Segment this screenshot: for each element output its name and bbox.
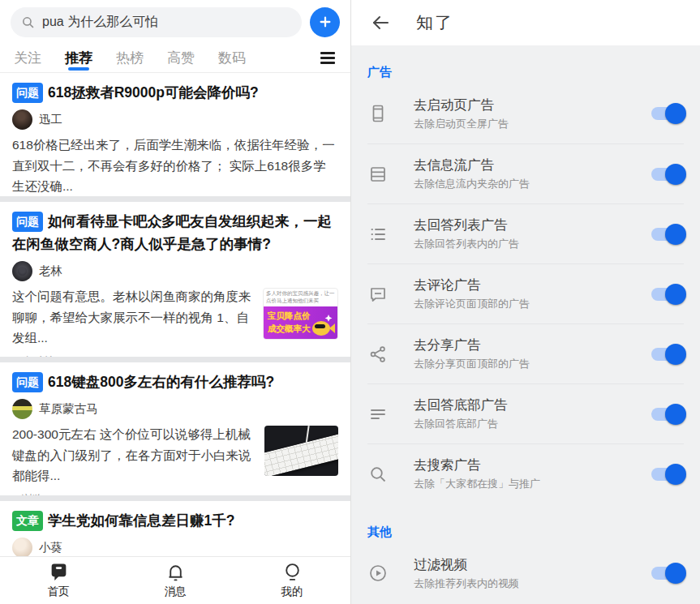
setting-subtitle: 去除推荐列表内的视频 <box>414 576 519 591</box>
plus-icon <box>319 15 332 28</box>
toggle-share-ads[interactable] <box>651 347 684 362</box>
search-bar-row: pua 为什么那么可怕 <box>0 0 350 44</box>
setting-subtitle: 去除回答底部广告 <box>414 417 508 431</box>
feed-card[interactable]: 问题618键盘800多左右的有什么推荐吗? 草原蒙古马 200-300元左右 这… <box>0 362 350 495</box>
setting-title: 过滤视频 <box>414 556 519 574</box>
card-title: 问题如何看待显卡吧众多吧友自发组织起来，一起在闲鱼做空商人?商人似乎是急了的事情… <box>12 210 338 255</box>
smartphone-icon <box>367 103 389 124</box>
view-count: 7 浏览 <box>12 492 43 495</box>
feed-card[interactable]: 问题如何看待显卡吧众多吧友自发组织起来，一起在闲鱼做空商人?商人似乎是急了的事情… <box>0 202 350 357</box>
search-icon <box>21 15 35 29</box>
toggle-feed-ads[interactable] <box>651 167 684 182</box>
setting-row-search-ads[interactable]: 去搜索广告 去除「大家都在搜」与推广 <box>351 443 700 503</box>
search-icon <box>367 464 389 485</box>
app: pua 为什么那么可怕 关注 推荐 热榜 高赞 数码 问题618拯救者R9000… <box>0 0 700 604</box>
setting-subtitle: 去除「大家都在搜」与推广 <box>414 477 540 491</box>
bell-icon <box>165 562 186 582</box>
toggle-filter-videos[interactable] <box>651 566 684 580</box>
card-excerpt: 这个问题有意思。老林以闲鱼商家的角度来聊聊，希望给大家展示不一样的视角 1、自发… <box>12 286 255 347</box>
bottom-nav: 首页 消息 我的 <box>0 556 350 604</box>
avatar <box>12 109 32 130</box>
settings-header: 知了 <box>351 0 700 45</box>
setting-row-answer-list-ads[interactable]: 去回答列表广告 去除回答列表内的广告 <box>351 203 700 263</box>
list-icon <box>367 224 389 245</box>
nav-label: 我的 <box>281 585 303 599</box>
toggle-splash-ads[interactable] <box>651 106 684 121</box>
feed-card[interactable]: 文章学生党如何靠信息差日赚1千? 小葵 <box>0 501 350 556</box>
setting-row-feed-ads[interactable]: 去信息流广告 去除信息流内夹杂的广告 <box>351 144 700 203</box>
tab-digital[interactable]: 数码 <box>218 44 246 72</box>
nav-home[interactable]: 首页 <box>0 562 117 599</box>
question-badge: 问题 <box>12 83 43 103</box>
card-excerpt: 200-300元左右 这个价位可以说够得上机械键盘的入门级别了，在各方面对于小白… <box>12 424 256 485</box>
timestamp: 1 小时前 <box>12 354 54 357</box>
setting-title: 去评论广告 <box>414 276 530 294</box>
author-row[interactable]: 老林 <box>12 261 338 281</box>
setting-row-share-ads[interactable]: 去分享广告 去除分享页面顶部的广告 <box>351 323 700 383</box>
article-badge: 文章 <box>12 511 43 531</box>
setting-row-comment-ads[interactable]: 去评论广告 去除评论页面顶部的广告 <box>351 263 700 323</box>
author-name: 迅工 <box>39 112 62 127</box>
author-row[interactable]: 迅工 <box>12 109 338 130</box>
author-row[interactable]: 草原蒙古马 <box>12 399 338 419</box>
author-name: 草原蒙古马 <box>39 401 98 417</box>
feed-tabs: 关注 推荐 热榜 高赞 数码 <box>0 44 350 73</box>
search-query: pua 为什么那么可怕 <box>42 14 158 31</box>
toggle-answer-list-ads[interactable] <box>651 227 684 242</box>
avatar <box>12 538 32 556</box>
feed-icon <box>367 164 389 185</box>
card-title: 问题618键盘800多左右的有什么推荐吗? <box>12 371 338 393</box>
question-badge: 问题 <box>12 212 43 232</box>
tab-follow[interactable]: 关注 <box>14 44 41 72</box>
home-icon <box>49 562 69 582</box>
avatar <box>12 399 32 419</box>
setting-subtitle: 去除分享页面顶部的广告 <box>414 357 530 371</box>
card-thumbnail: 多人对你的宝贝感兴趣，让一点价马上通知他们来买 宝贝降点价 成交概率大 <box>263 288 338 340</box>
card-title: 文章学生党如何靠信息差日赚1千? <box>12 509 338 532</box>
nav-label: 消息 <box>165 585 187 599</box>
setting-title: 去回答列表广告 <box>414 216 519 234</box>
keyboard-thumbnail <box>264 426 338 476</box>
question-badge: 问题 <box>12 372 43 392</box>
divider <box>0 196 350 202</box>
setting-subtitle: 去除信息流内夹杂的广告 <box>414 177 530 191</box>
section-label-ads: 广告 <box>351 45 700 84</box>
setting-row-answer-bottom-ads[interactable]: 去回答底部广告 去除回答底部广告 <box>351 383 700 443</box>
toggle-answer-bottom-ads[interactable] <box>651 407 684 422</box>
back-button[interactable] <box>367 10 393 36</box>
promo-caption: 多人对你的宝贝感兴趣，让一点价马上通知他们来买 <box>264 289 337 306</box>
author-row[interactable]: 小葵 <box>12 538 338 556</box>
author-name: 老林 <box>39 263 62 279</box>
toggle-comment-ads[interactable] <box>651 287 684 302</box>
hamburger-menu-icon[interactable] <box>319 49 337 66</box>
tab-upvoted[interactable]: 高赞 <box>167 44 195 72</box>
page-title: 知了 <box>416 11 453 34</box>
feed-screen: pua 为什么那么可怕 关注 推荐 热榜 高赞 数码 问题618拯救者R9000… <box>0 0 350 604</box>
avatar <box>12 261 32 281</box>
nav-messages[interactable]: 消息 <box>117 562 234 599</box>
card-excerpt: 618价格已经出来了，后面学生潮来临，依据往年经验，一直到双十二，不再会有多好的… <box>12 135 338 195</box>
toggle-search-ads[interactable] <box>651 467 684 482</box>
search-input[interactable]: pua 为什么那么可怕 <box>11 7 302 37</box>
profile-icon <box>282 562 303 582</box>
add-button[interactable] <box>310 7 340 37</box>
more-options-icon[interactable]: ●●● <box>317 495 338 495</box>
setting-title: 去搜索广告 <box>414 456 540 474</box>
setting-subtitle: 去除回答列表内的广告 <box>414 237 519 251</box>
setting-row-splash-ads[interactable]: 去启动页广告 去除启动页全屏广告 <box>351 84 700 144</box>
divider <box>0 357 350 362</box>
settings-screen: 知了 广告 去启动页广告 去除启动页全屏广告 <box>350 0 700 604</box>
author-name: 小葵 <box>39 540 62 555</box>
play-icon <box>367 563 389 584</box>
setting-title: 去信息流广告 <box>414 156 530 174</box>
tab-hot[interactable]: 热榜 <box>116 44 144 72</box>
section-label-other: 其他 <box>351 503 700 543</box>
setting-title: 去启动页广告 <box>414 96 509 114</box>
feed-card[interactable]: 问题618拯救者R9000p可能会降价吗? 迅工 618价格已经出来了，后面学生… <box>0 73 350 196</box>
setting-subtitle: 去除评论页面顶部的广告 <box>414 297 530 311</box>
tab-recommend[interactable]: 推荐 <box>65 44 92 72</box>
setting-row-filter-videos[interactable]: 过滤视频 去除推荐列表内的视频 <box>351 543 700 603</box>
active-tab-underline <box>68 67 89 71</box>
promo-banner: 宝贝降点价 成交概率大 <box>264 306 337 340</box>
nav-profile[interactable]: 我的 <box>234 562 350 599</box>
